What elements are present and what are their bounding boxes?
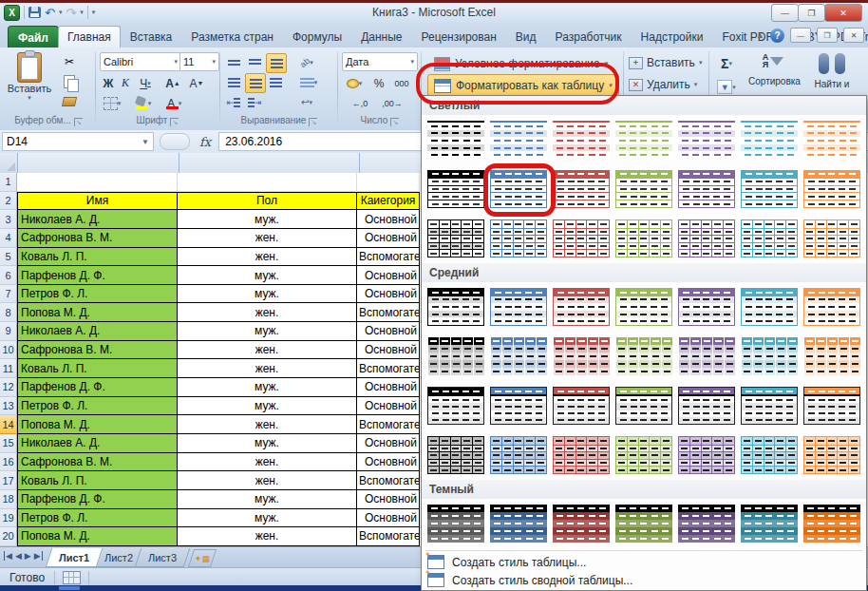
header-cell[interactable]: Пол [178,192,357,211]
column-header-b[interactable] [179,153,360,173]
increase-indent-button[interactable]: ⇥ [245,93,264,111]
table-style-swatch-teal[interactable] [741,219,798,257]
gender-cell[interactable]: муж. [178,322,357,341]
category-cell[interactable]: Основной [357,434,420,453]
row-header[interactable]: 1 [0,173,17,192]
row-header[interactable]: 2 [0,192,17,211]
align-center-button[interactable] [245,73,266,93]
row-header[interactable]: 7 [0,285,17,304]
redo-icon[interactable]: ↷ [66,7,76,19]
workbook-close-icon[interactable]: ✕ [843,28,864,43]
conditional-formatting-button[interactable]: Условное форматирование▾ [427,52,614,75]
name-cell[interactable]: Сафронова В. М. [17,229,178,248]
format-painter-button[interactable] [59,92,80,110]
tab-file[interactable]: Файл [8,26,59,48]
category-cell[interactable]: Основной [357,341,420,360]
comma-style-button[interactable]: 000 [389,74,414,92]
table-style-swatch-blue[interactable] [490,387,547,425]
category-cell[interactable]: Основной [357,229,420,248]
gender-cell[interactable]: жен. [178,453,357,472]
table-style-swatch-purple[interactable] [678,387,735,425]
row-header[interactable]: 18 [0,490,17,509]
table-style-swatch-teal[interactable] [741,121,798,159]
ribbon-tab[interactable]: Данные [351,26,411,48]
table-style-swatch-teal[interactable] [741,387,798,425]
align-top-button[interactable] [224,53,243,71]
gender-cell[interactable]: жен. [178,415,357,434]
first-sheet-icon[interactable]: ◀ [4,551,12,561]
table-style-swatch-teal[interactable] [741,170,798,208]
table-style-swatch-black[interactable] [427,436,484,474]
number-format-combo[interactable]: Дата▾ [342,52,418,71]
font-group-label[interactable]: Шрифт↘ [98,115,217,126]
merge-center-button[interactable]: ▾ [292,73,325,91]
category-cell[interactable]: Основной [357,509,420,528]
header-cell[interactable]: Каиегория [357,192,420,211]
gender-cell[interactable]: жен. [178,341,357,360]
category-cell[interactable]: Вспомогатель [357,359,420,378]
alignment-group-label[interactable]: Выравнивание↘ [222,115,336,126]
category-cell[interactable]: Основной [357,210,420,229]
percent-button[interactable]: % [370,74,387,92]
category-cell[interactable]: Вспомогатель [357,527,420,546]
table-style-swatch-black[interactable] [427,387,484,425]
table-style-swatch-orange[interactable] [803,337,860,375]
row-header[interactable]: 9 [0,322,17,341]
table-style-swatch-purple[interactable] [678,288,735,326]
table-style-swatch-purple[interactable] [678,337,735,375]
table-style-swatch-orange[interactable] [803,219,860,257]
name-cell[interactable]: Николаев А. Д. [17,210,178,229]
underline-button[interactable]: Ч▾ [135,74,156,92]
name-cell[interactable]: Николаев А. Д. [17,322,178,341]
category-cell[interactable]: Основной [357,453,420,472]
collapse-ribbon-icon[interactable]: ▲ [756,30,764,40]
table-style-swatch-blue[interactable] [490,219,547,257]
table-style-swatch-red[interactable] [553,219,610,257]
name-cell[interactable]: Сафронова В. М. [17,453,178,472]
orientation-button[interactable]: ab▾ [292,53,321,71]
table-style-swatch-blue[interactable] [490,337,547,375]
save-icon[interactable] [28,7,41,18]
grow-font-button[interactable]: А▲ [162,74,183,92]
table-style-swatch-green[interactable] [615,121,672,159]
find-select-button[interactable]: Найти и [807,53,857,89]
table-style-swatch-blue[interactable] [490,121,547,159]
table-style-swatch-black[interactable] [427,170,484,208]
gender-cell[interactable]: муж. [178,434,357,453]
italic-button[interactable]: К [118,74,133,92]
align-bottom-button[interactable] [266,53,287,73]
autosum-button[interactable]: Σ▾ [712,54,741,72]
table-style-swatch-black[interactable] [427,337,484,375]
sheet-tab[interactable]: Лист1 [45,548,103,567]
fx-icon[interactable]: fx [199,135,211,149]
increase-decimal-button[interactable]: ←,0 [346,94,374,112]
fill-color-button[interactable]: ▾ [130,94,155,112]
accounting-format-button[interactable]: ▾ [342,74,367,92]
font-name-combo[interactable]: Calibri▾ [100,52,181,71]
table-style-swatch-teal[interactable] [741,505,798,543]
row-header[interactable]: 20 [0,527,17,546]
category-cell[interactable]: Вспомогатель [357,248,420,267]
category-cell[interactable]: Основной [357,397,420,416]
gallery-menu-item[interactable]: Создать стиль сводной таблицы... [422,571,866,589]
table-style-swatch-blue[interactable] [490,436,547,474]
table-style-swatch-red[interactable] [553,337,610,375]
category-cell[interactable]: Основной [357,490,420,509]
ribbon-tab[interactable]: Вид [506,26,546,48]
table-style-swatch-purple[interactable] [678,121,735,159]
chevron-down-icon[interactable]: ▼ [142,138,149,146]
header-cell[interactable]: Имя [17,192,178,211]
help-icon[interactable]: ? [770,29,784,43]
workbook-restore-icon[interactable]: ❐ [817,28,838,43]
category-cell[interactable]: Основной [357,322,420,341]
row-header[interactable]: 16 [0,453,17,472]
table-style-swatch-orange[interactable] [803,170,860,208]
table-style-swatch-red[interactable] [553,436,610,474]
paste-dropdown-arrow[interactable]: ▾ [28,94,31,102]
format-as-table-button[interactable]: Форматировать как таблицу▾ [427,74,619,97]
table-style-swatch-green[interactable] [615,387,672,425]
ribbon-tab[interactable]: Главная [58,26,121,48]
table-style-swatch-black[interactable] [427,505,484,543]
decrease-indent-button[interactable]: ⇤ [224,93,243,111]
table-style-swatch-blue[interactable] [490,170,547,208]
